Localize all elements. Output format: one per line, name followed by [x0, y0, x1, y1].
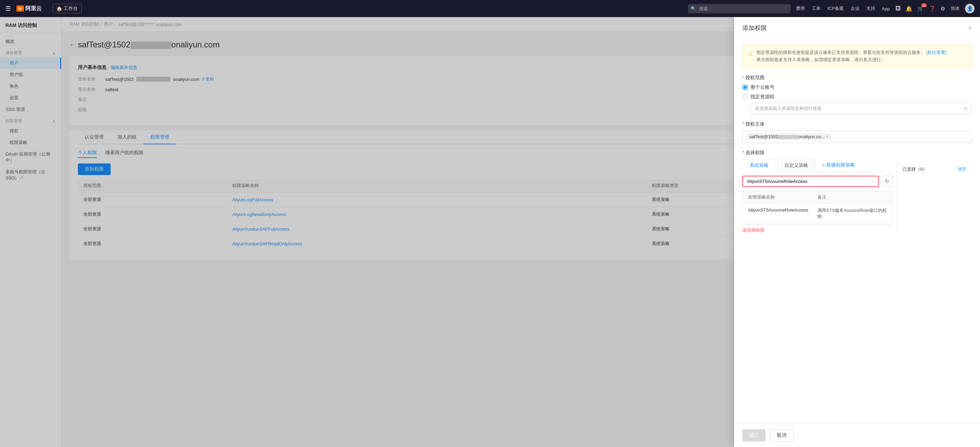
policy-result-note: 调用STS服务AssumeRole接口的权限 [818, 208, 887, 220]
scope-section: * 授权范围 整个云账号 指定资源组 请选择或输入资源组名称进行搜索 ∨ [742, 75, 972, 114]
logo: Ie 阿里云 [16, 5, 42, 12]
principal-label: * 授权主体 [742, 121, 972, 127]
policy-search-input[interactable] [742, 176, 879, 187]
scope-radio-group: 整个云账号 指定资源组 [742, 84, 972, 100]
principal-section: * 授权主体 safTest@1502onaliyun.co... × [742, 121, 972, 143]
search-bar [688, 4, 791, 13]
nav-link-icp[interactable]: ICP备案 [827, 5, 844, 12]
tag-remove-button[interactable]: × [826, 135, 828, 139]
image-icon[interactable]: 🖼 [895, 5, 901, 12]
select-warning: 请选择权限 [742, 227, 892, 233]
policy-result-row[interactable]: AliyunSTSAssumeRoleAccess 调用STS服务AssumeR… [743, 203, 892, 224]
add-permission-modal: 添加权限 × ⚠ 指定资源组的授权生效前提是该云服务已支持资源组，查看当前支持资… [734, 17, 980, 447]
radio-resource-group [742, 94, 748, 100]
menu-icon[interactable]: ☰ [5, 5, 11, 12]
selected-panel: 已选择（0） 清空 [897, 159, 972, 233]
nav-links: 费用 工单 ICP备案 企业 支持 App [796, 5, 890, 12]
nav-link-ticket[interactable]: 工单 [812, 5, 821, 12]
cancel-button[interactable]: 取消 [770, 429, 794, 442]
principal-box: safTest@1502onaliyun.co... × [742, 131, 972, 143]
policy-label: * 选择权限 [742, 150, 972, 156]
col-policy-note: 备注 [818, 194, 887, 200]
modal-body: ⚠ 指定资源组的授权生效前提是该云服务已支持资源组，查看当前支持资源组的云服务。… [734, 38, 980, 423]
alert-icon: ⚠ [748, 49, 753, 63]
principal-tag: safTest@1502onaliyun.co... × [747, 133, 831, 140]
scope-label: * 授权范围 [742, 75, 972, 81]
alert-text2: 单次授权最多支持 5 条策略，如需绑定更多策略，请分多次进行。 [756, 57, 885, 62]
cart-badge: 2 [921, 3, 927, 7]
policy-panel: 系统策略 自定义策略 + 新建权限策略 ↻ 权限策略名称 备注 [742, 159, 972, 233]
nav-link-fees[interactable]: 费用 [796, 5, 805, 12]
modal-overlay-dim[interactable] [0, 17, 734, 447]
top-nav: ☰ Ie 阿里云 🏠 工作台 费用 工单 ICP备案 企业 支持 App 🖼 🔔… [0, 0, 980, 17]
clear-button[interactable]: 清空 [958, 166, 966, 172]
policy-left: 系统策略 自定义策略 + 新建权限策略 ↻ 权限策略名称 备注 [742, 159, 892, 233]
alert-box: ⚠ 指定资源组的授权生效前提是该云服务已支持资源组，查看当前支持资源组的云服务。… [742, 45, 972, 68]
resource-group-select: 请选择或输入资源组名称进行搜索 ∨ [742, 103, 972, 114]
bell-icon[interactable]: 🔔 [905, 5, 912, 12]
logo-box: Ie [16, 5, 24, 12]
confirm-button[interactable]: 确定 [742, 429, 765, 442]
modal-close-button[interactable]: × [968, 25, 972, 32]
help-icon[interactable]: ❓ [929, 5, 935, 12]
policy-result-name: AliyunSTSAssumeRoleAccess [748, 208, 818, 220]
col-policy-name: 权限策略名称 [748, 194, 818, 200]
settings-icon[interactable]: ⚙ [940, 5, 945, 12]
principal-masked [778, 135, 798, 139]
alert-text: 指定资源组的授权生效前提是该云服务已支持资源组，查看当前支持资源组的云服务。 [756, 50, 925, 55]
nav-link-app[interactable]: App [882, 6, 890, 11]
policy-section: * 选择权限 系统策略 自定义策略 + 新建权限策略 ↻ [742, 150, 972, 233]
policy-tab-system[interactable]: 系统策略 [742, 159, 776, 172]
cart-icon[interactable]: 🛒 2 [917, 5, 924, 12]
alert-link[interactable]: [前往查看] [926, 50, 947, 55]
nav-icons: 🖼 🔔 🛒 2 ❓ ⚙ [895, 5, 945, 12]
resource-group-placeholder: 请选择或输入资源组名称进行搜索 [755, 105, 822, 112]
policy-tab-custom[interactable]: 自定义策略 [777, 159, 815, 171]
policy-tabs: 系统策略 自定义策略 + 新建权限策略 [742, 159, 892, 172]
chevron-down-icon: ∨ [964, 106, 967, 111]
policy-results: 权限策略名称 备注 AliyunSTSAssumeRoleAccess 调用ST… [742, 191, 892, 225]
workbench-label: 工作台 [64, 5, 78, 12]
avatar[interactable]: 👤 [965, 4, 975, 13]
policy-results-header: 权限策略名称 备注 [743, 192, 892, 203]
refresh-button[interactable]: ↻ [882, 176, 892, 187]
nav-link-support[interactable]: 支持 [866, 5, 875, 12]
radio-all-checked [742, 85, 748, 90]
modal-footer: 确定 取消 [734, 423, 980, 447]
modal-title: 添加权限 [742, 24, 767, 32]
scope-option-all[interactable]: 整个云账号 [742, 84, 972, 90]
selected-count-label: 已选择（0） [902, 166, 927, 172]
workbench-link[interactable]: 🏠 工作台 [52, 4, 82, 13]
nav-link-enterprise[interactable]: 企业 [851, 5, 859, 12]
resource-group-dropdown[interactable]: 请选择或输入资源组名称进行搜索 ∨ [751, 103, 972, 114]
policy-search-row: ↻ [742, 176, 892, 187]
logo-text: 阿里云 [25, 5, 42, 12]
scope-option-resource-group[interactable]: 指定资源组 [742, 94, 972, 100]
search-input[interactable] [688, 4, 791, 13]
modal-header: 添加权限 × [734, 17, 980, 38]
new-policy-button[interactable]: + 新建权限策略 [817, 159, 861, 171]
language-switch[interactable]: 简体 [951, 5, 959, 12]
selected-header: 已选择（0） 清空 [902, 165, 966, 175]
